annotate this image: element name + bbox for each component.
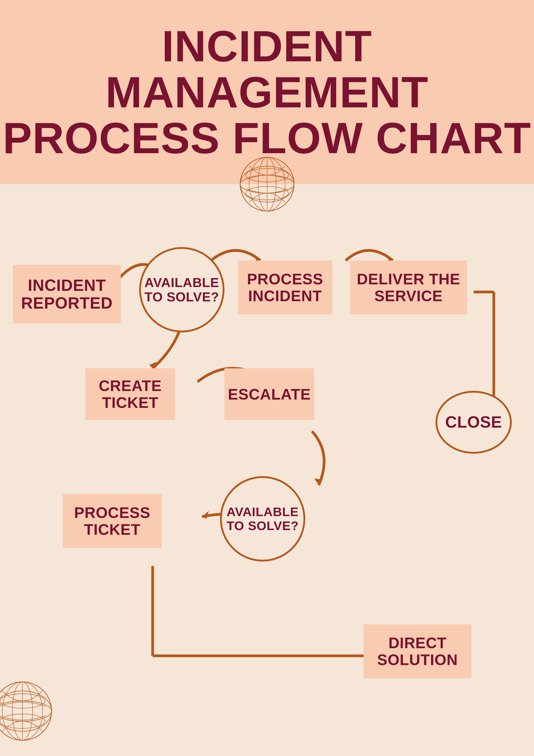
svg-point-24	[0, 691, 52, 731]
svg-marker-13	[314, 478, 321, 485]
page: INCIDENT MANAGEMENT PROCESS FLOW CHART	[0, 0, 534, 756]
available-to-solve-2-node: AVAILABLETO SOLVE?	[220, 476, 305, 561]
globe-icon-bottom	[0, 675, 58, 747]
process-incident-node: PROCESSINCIDENT	[238, 260, 332, 314]
globe-icon-top	[236, 153, 298, 216]
direct-solution-node: DIRECTSOLUTION	[364, 624, 471, 678]
create-ticket-node: CREATETICKET	[85, 368, 175, 420]
page-title: INCIDENT MANAGEMENT PROCESS FLOW CHART	[0, 23, 534, 161]
close-node: CLOSE	[436, 391, 512, 454]
svg-marker-14	[202, 511, 209, 519]
svg-marker-11	[149, 362, 157, 368]
flowchart: INCIDENTREPORTED AVAILABLETO SOLVE? PROC…	[0, 184, 534, 756]
deliver-service-node: DELIVER THESERVICE	[350, 260, 467, 314]
process-ticket-node: PROCESSTICKET	[63, 494, 162, 548]
svg-point-22	[0, 682, 52, 740]
incident-reported-node: INCIDENTREPORTED	[13, 265, 121, 323]
escalate-node: ESCALATE	[224, 368, 314, 420]
available-to-solve-1-node: AVAILABLETO SOLVE?	[139, 247, 224, 333]
